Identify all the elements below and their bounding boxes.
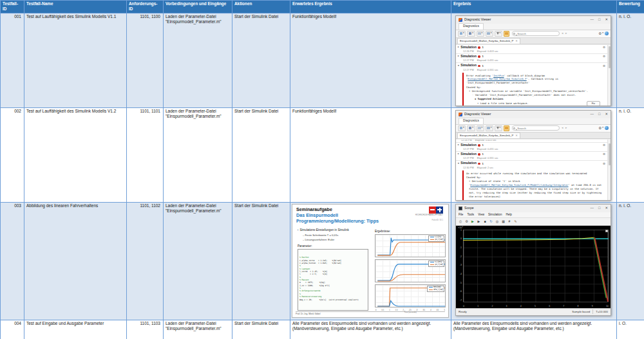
header-testfall-id: Testfall-ID	[1, 1, 24, 14]
highlight-button[interactable]	[504, 125, 510, 131]
window-button[interactable]: ▾	[486, 125, 493, 131]
gear-icon[interactable]: ⚙	[603, 55, 605, 59]
bullet-item: ▪Simulations-Einstellungen in Simulink	[298, 228, 349, 232]
refresh-icon[interactable]: ↻	[489, 219, 493, 224]
menu-help[interactable]: Help	[506, 213, 511, 217]
filter-button[interactable]: ▾	[495, 125, 502, 131]
gear-icon[interactable]: ⚙	[603, 162, 605, 166]
scrollbar[interactable]	[607, 140, 611, 200]
gear-icon[interactable]: ⚙	[603, 64, 605, 68]
search-icon	[513, 127, 515, 129]
header-anforderungs-id: Anforderungs-ID	[127, 1, 164, 14]
print-icon[interactable]: ⎙	[459, 219, 462, 224]
window-button[interactable]: ▾	[486, 31, 493, 37]
minimize-button[interactable]: —	[591, 17, 594, 22]
close-tab-icon[interactable]: ✕	[515, 134, 518, 138]
prev-result-icon[interactable]: ◄	[561, 32, 564, 35]
model-tab[interactable]: Einspurmodell_Mallon_Kotyrba_Simulink_P✕	[457, 38, 520, 44]
table-header-row: Testfall-ID Testfall-Name Anforderungs-I…	[1, 1, 644, 14]
model-tab-strip: Einspurmodell_Mallon_Kotyrba_Simulink_P✕	[456, 133, 611, 139]
status-sample-mode: Sample based	[572, 310, 590, 314]
copy-button[interactable]: ▾	[477, 125, 484, 131]
simulation-entry-expanded[interactable]: ▾Simulation1⚙ 12:27 PMElapsed: 0.331 sec…	[456, 63, 611, 105]
search-box	[512, 125, 560, 131]
layout-icon[interactable]: ▦	[502, 219, 506, 224]
cell-name: Abbildung des linearen Fahrverhaltens	[24, 202, 127, 320]
initfcn-link[interactable]: InitFcn	[493, 74, 504, 77]
cell-req: 1101, 1100	[127, 13, 164, 107]
title-bar[interactable]: Diagnostic Viewer —□✕	[456, 111, 611, 118]
header-ergebnis: Ergebnis	[451, 1, 617, 14]
simulation-entry-expanded[interactable]: ▾Simulation1⚙ 12:30 PMElapsed: 2 sec An …	[456, 161, 611, 199]
title-bar[interactable]: Scope —□✕	[456, 205, 611, 212]
maximize-button[interactable]: □	[598, 206, 600, 210]
test-case-table: Testfall-ID Testfall-Name Anforderungs-I…	[0, 0, 644, 339]
menu-simulation[interactable]: Simulation	[488, 213, 502, 217]
measurements-icon[interactable]: #	[507, 219, 511, 224]
close-button[interactable]: ✕	[605, 206, 608, 210]
help-icon[interactable]	[605, 32, 609, 35]
simulation-entry[interactable]: ▸Simulation1⚙ 12:27 PMElapsed: 0.431 sec	[456, 143, 611, 152]
gear-icon[interactable]: ⚙	[603, 143, 605, 147]
help-icon[interactable]	[605, 126, 609, 130]
cell-req: 1101, 1101	[127, 107, 164, 202]
search-icon	[513, 33, 515, 35]
filter-button[interactable]: ▾	[495, 31, 502, 37]
stop-icon[interactable]: ■	[483, 219, 487, 224]
settings-icon[interactable]: ⚙▾	[598, 32, 603, 36]
ribbon: Diagnostics	[456, 24, 611, 30]
settings-icon[interactable]: ⚙	[465, 219, 469, 224]
block-link[interactable]: Einspurmodell_Mallon_Kotyrba_Simulink_P/…	[470, 183, 568, 187]
menu-tools[interactable]: Tools	[467, 213, 474, 217]
view-button[interactable]: ▾	[458, 125, 466, 131]
cell-result: Alle Parameter des Einspurmodells sind v…	[451, 320, 617, 339]
legend-button[interactable]	[605, 230, 608, 232]
step-icon[interactable]: ▶	[477, 219, 481, 224]
maximize-button[interactable]: □	[598, 17, 600, 22]
simulation-entry[interactable]: ▸Simulation1⚙ 12:27 PMElapsed: 0.431 sec	[456, 54, 611, 63]
view-button[interactable]: ▾	[458, 31, 466, 37]
diagnostics-list: ▸Simulation1⚙ 12:26 PMElapsed: 0.403 sec…	[456, 45, 611, 105]
scrollbar[interactable]	[607, 45, 611, 105]
tab-diagnostics[interactable]: Diagnostics	[459, 23, 484, 29]
menu-file[interactable]: File	[459, 213, 463, 217]
gear-icon[interactable]: ⚙	[603, 46, 605, 50]
style-icon[interactable]: ✎	[514, 219, 518, 224]
simulation-entry[interactable]: ▸Simulation1⚙ 12:26 PMElapsed: 0.403 sec	[456, 45, 611, 54]
save-button[interactable]: ▾	[467, 125, 475, 131]
close-tab-icon[interactable]: ✕	[515, 39, 518, 43]
search-input[interactable]	[512, 31, 560, 36]
zoom-icon[interactable]: ◎	[495, 219, 499, 224]
title-bar[interactable]: Diagnostic Viewer —□✕	[456, 16, 611, 24]
menu-view[interactable]: View	[478, 213, 484, 217]
tab-diagnostics[interactable]: Diagnostics	[459, 118, 484, 124]
scope-window: Scope —□✕ File Tools View Simulation Hel…	[455, 204, 611, 316]
save-button[interactable]: ▾	[467, 31, 475, 37]
minimize-button[interactable]: —	[591, 206, 594, 210]
close-button[interactable]: ✕	[605, 112, 608, 116]
model-tab[interactable]: Einspurmodell_Mallon_Kotyrba_Simulink_P✕	[457, 133, 520, 138]
maximize-button[interactable]: □	[598, 112, 600, 116]
error-message: An error occurred while running the simu…	[462, 170, 605, 200]
simulation-entry[interactable]: ▸Simulation1⚙ 12:27 PMElapsed: 0.331 sec	[456, 152, 611, 161]
status-ready: Ready	[459, 310, 467, 314]
next-result-icon[interactable]: ►	[565, 127, 567, 129]
gear-icon[interactable]: ⚙	[603, 152, 605, 156]
copy-button[interactable]: ▾	[477, 31, 484, 37]
fix-button[interactable]: Fix	[587, 101, 600, 105]
cell-id: 002	[1, 107, 24, 202]
minimize-button[interactable]: —	[591, 112, 594, 116]
highlight-button[interactable]	[504, 31, 510, 37]
model-link[interactable]: Einspurmodell_Mallon_Kotyrba_Simulink_P	[468, 77, 526, 80]
prev-result-icon[interactable]: ◄	[561, 127, 564, 129]
diagnostic-viewer-window: Diagnostic Viewer —□✕ Diagnostics ▾ ▾ ▾ …	[455, 110, 611, 201]
next-result-icon[interactable]: ►	[565, 32, 567, 35]
filter-icon	[497, 32, 499, 35]
close-button[interactable]: ✕	[605, 17, 608, 22]
sub-bullet: – Lösungsverfahren: Euler	[303, 238, 334, 241]
settings-icon[interactable]: ⚙▾	[598, 126, 603, 131]
parameter-code-block: % Reifenc_alpha_vorne = 1.2e5; %[N/rad]c…	[298, 249, 368, 311]
slide-subtitle: Das Einspurmodell	[296, 212, 338, 218]
search-input[interactable]	[512, 125, 560, 131]
run-icon[interactable]: ▶	[471, 219, 475, 224]
